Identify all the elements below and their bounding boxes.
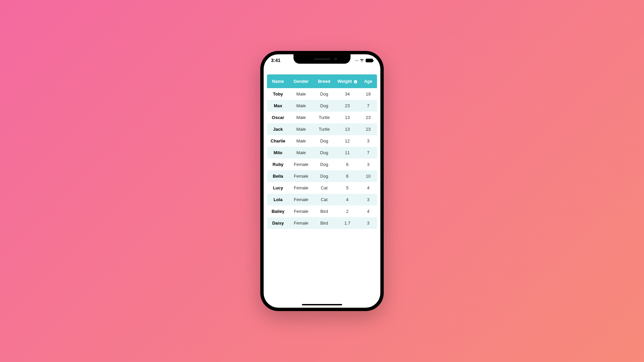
table-body: TobyMaleDog3419MaxMaleDog237OscarMaleTur… [267,88,377,229]
cell-gender: Female [289,182,313,194]
header-label: Name [272,79,284,84]
cell-gender: Female [289,170,313,182]
cell-age: 3 [360,135,377,147]
cell-name: Oscar [267,112,289,123]
table-row[interactable]: BaileyFemaleBird24 [267,205,377,217]
cell-gender: Female [289,159,313,170]
cell-gender: Male [289,112,313,123]
wifi-icon [360,58,364,63]
cell-name: Charlie [267,135,289,147]
column-header-name[interactable]: Name [267,74,289,88]
battery-icon [366,59,373,62]
cell-gender: Female [289,194,313,205]
cell-breed: Turtle [313,123,335,135]
cell-weight: 6 [335,159,359,170]
cell-breed: Dog [313,170,335,182]
cell-age: 19 [360,88,377,100]
cell-name: Ruby [267,159,289,170]
cell-name: Bella [267,170,289,182]
cell-weight: 5 [335,182,359,194]
table-row[interactable]: DaisyFemaleBird1.73 [267,217,377,229]
cell-name: Toby [267,88,289,100]
column-header-breed[interactable]: Breed [313,74,335,88]
header-label: Gender [293,79,309,84]
cell-age: 3 [360,194,377,205]
cell-breed: Dog [313,88,335,100]
phone-frame: 3:41 •••• Name Gender Breed [260,51,384,311]
cell-age: 7 [360,100,377,112]
cell-breed: Bird [313,205,335,217]
cell-age: 3 [360,217,377,229]
status-time: 3:41 [271,58,280,63]
table-row[interactable]: TobyMaleDog3419 [267,88,377,100]
pets-table: Name Gender Breed Weight Age TobyMaleDog… [267,74,377,229]
cell-breed: Dog [313,159,335,170]
phone-screen: 3:41 •••• Name Gender Breed [264,54,380,308]
cell-weight: 2 [335,205,359,217]
cell-age: 10 [360,170,377,182]
table-row[interactable]: LolaFemaleCat43 [267,194,377,205]
cell-weight: 6 [335,170,359,182]
table-header-row: Name Gender Breed Weight Age [267,74,377,88]
cell-name: Bailey [267,205,289,217]
column-header-weight[interactable]: Weight [335,74,359,88]
cell-breed: Turtle [313,112,335,123]
cell-age: 7 [360,147,377,159]
cell-breed: Cat [313,194,335,205]
cell-weight: 23 [335,100,359,112]
cell-weight: 12 [335,135,359,147]
cell-age: 4 [360,182,377,194]
table-row[interactable]: JackMaleTurtle1323 [267,123,377,135]
cell-name: Milo [267,147,289,159]
cell-name: Daisy [267,217,289,229]
phone-notch [293,54,351,64]
cell-gender: Female [289,205,313,217]
front-camera [334,58,337,60]
cell-breed: Cat [313,182,335,194]
cell-age: 3 [360,159,377,170]
cell-weight: 34 [335,88,359,100]
table-row[interactable]: OscarMaleTurtle1323 [267,112,377,123]
cell-gender: Male [289,135,313,147]
cell-age: 4 [360,205,377,217]
cell-age: 23 [360,112,377,123]
cell-name: Max [267,100,289,112]
cell-gender: Male [289,123,313,135]
cell-weight: 1.7 [335,217,359,229]
cell-age: 23 [360,123,377,135]
sort-descending-icon [354,80,357,83]
table-row[interactable]: MaxMaleDog237 [267,100,377,112]
cell-name: Lucy [267,182,289,194]
cell-weight: 13 [335,112,359,123]
header-label: Breed [318,79,330,84]
column-header-gender[interactable]: Gender [289,74,313,88]
cell-breed: Dog [313,147,335,159]
column-header-age[interactable]: Age [360,74,377,88]
table-row[interactable]: BellaFemaleDog610 [267,170,377,182]
cell-weight: 11 [335,147,359,159]
cell-gender: Male [289,88,313,100]
table-row[interactable]: LucyFemaleCat54 [267,182,377,194]
cell-gender: Female [289,217,313,229]
home-indicator[interactable] [302,304,342,305]
status-right: •••• [355,58,373,63]
cell-gender: Male [289,147,313,159]
cell-weight: 4 [335,194,359,205]
table-row[interactable]: CharlieMaleDog123 [267,135,377,147]
cell-breed: Dog [313,135,335,147]
table-row[interactable]: RubyFemaleDog63 [267,159,377,170]
cell-breed: Dog [313,100,335,112]
content-area: Name Gender Breed Weight Age TobyMaleDog… [264,65,380,229]
header-label: Weight [337,79,352,84]
table-row[interactable]: MiloMaleDog117 [267,147,377,159]
cell-gender: Male [289,100,313,112]
cellular-dots-icon: •••• [355,59,358,62]
header-label: Age [364,79,372,84]
cell-breed: Bird [313,217,335,229]
cell-weight: 13 [335,123,359,135]
speaker-grille [314,58,330,60]
cell-name: Jack [267,123,289,135]
cell-name: Lola [267,194,289,205]
